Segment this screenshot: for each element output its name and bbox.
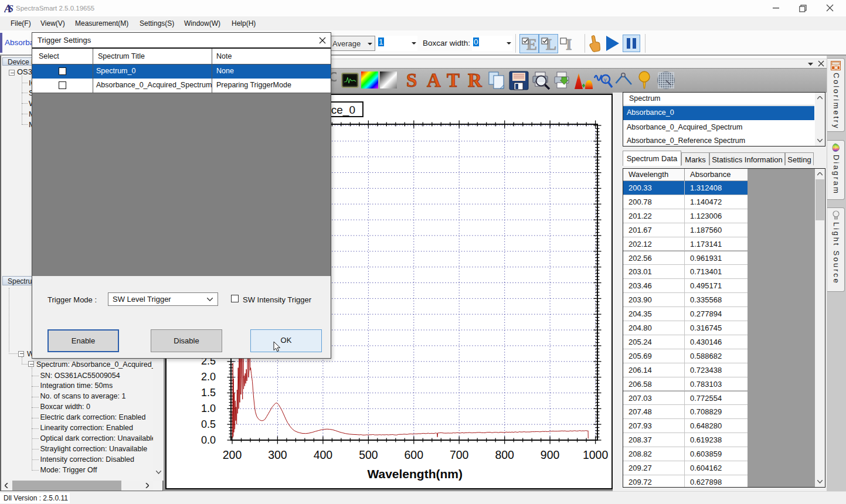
svg-text:γ: γ: [604, 77, 607, 83]
svg-text:2.0: 2.0: [201, 371, 216, 383]
svg-text:0.0: 0.0: [201, 434, 216, 446]
svg-text:200: 200: [223, 448, 242, 461]
svg-text:S: S: [8, 4, 13, 13]
svg-text:1.0: 1.0: [201, 403, 216, 414]
svg-text:600: 600: [405, 448, 424, 461]
svg-text:700: 700: [450, 448, 469, 461]
svg-text:T: T: [447, 70, 460, 91]
svg-text:Wavelength(nm): Wavelength(nm): [367, 467, 463, 481]
svg-text:S: S: [406, 70, 417, 91]
svg-text:R: R: [468, 70, 483, 91]
svg-text:0.5: 0.5: [201, 418, 216, 430]
svg-text:300: 300: [268, 448, 287, 461]
svg-text:800: 800: [495, 448, 514, 461]
svg-text:1000: 1000: [583, 448, 609, 461]
svg-text:1.5: 1.5: [201, 387, 216, 399]
svg-text:400: 400: [314, 448, 333, 461]
svg-text:A: A: [427, 70, 441, 91]
svg-text:900: 900: [541, 448, 560, 461]
svg-text:500: 500: [359, 448, 378, 461]
